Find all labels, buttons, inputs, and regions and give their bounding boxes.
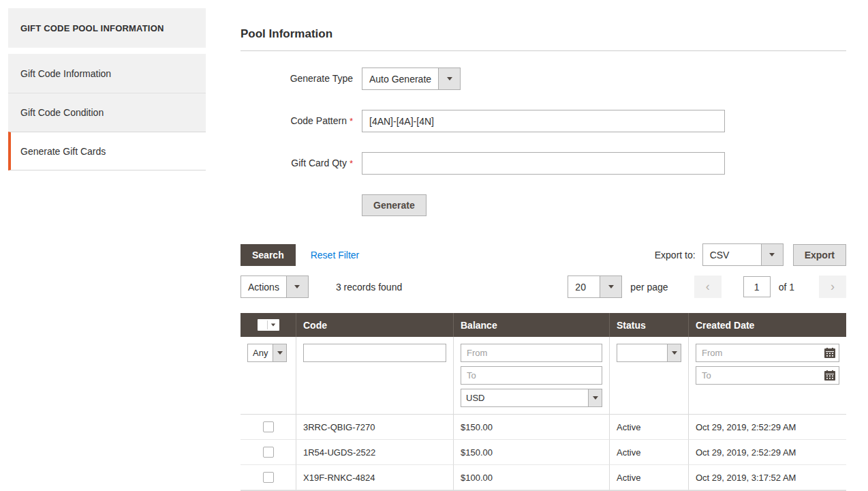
balance-to-input[interactable] bbox=[461, 366, 602, 385]
filter-cell-massaction: Any bbox=[241, 337, 296, 415]
code-pattern-row: Code Pattern* bbox=[241, 110, 846, 132]
chevron-down-icon bbox=[270, 324, 275, 327]
code-filter-input[interactable] bbox=[303, 344, 446, 362]
chevron-down-icon bbox=[761, 244, 783, 265]
column-header-balance[interactable]: Balance bbox=[453, 313, 609, 337]
actions-select[interactable]: Actions bbox=[241, 276, 309, 298]
currency-select[interactable]: USD bbox=[461, 389, 602, 407]
generate-button-row: Generate bbox=[241, 194, 846, 216]
column-header-created-date[interactable]: Created Date bbox=[688, 313, 846, 337]
generate-type-label: Generate Type bbox=[241, 68, 353, 90]
next-page-button[interactable]: › bbox=[819, 276, 846, 298]
main-content: Pool Information Generate Type Auto Gene… bbox=[241, 27, 846, 491]
date-from-input[interactable] bbox=[696, 344, 839, 362]
cell-created-date: Oct 29, 2019, 3:17:52 AM bbox=[688, 465, 846, 490]
filter-cell-balance: USD bbox=[453, 337, 609, 415]
sidebar-item-label: Generate Gift Cards bbox=[20, 146, 106, 157]
code-pattern-label: Code Pattern* bbox=[241, 110, 353, 132]
cell-balance: $100.00 bbox=[453, 465, 609, 490]
gift-card-qty-input[interactable] bbox=[362, 152, 725, 175]
export-to-label: Export to: bbox=[655, 250, 696, 261]
cell-balance: $150.00 bbox=[453, 415, 609, 440]
date-to-input[interactable] bbox=[696, 366, 839, 385]
select-all-dropdown[interactable] bbox=[258, 319, 279, 331]
search-button[interactable]: Search bbox=[241, 244, 296, 266]
filter-cell-status bbox=[609, 337, 688, 415]
pool-information-form: Generate Type Auto Generate Code Pattern… bbox=[241, 68, 846, 216]
cell-status: Active bbox=[609, 440, 688, 465]
table-row[interactable]: X19F-RNKC-4824 $100.00 Active Oct 29, 20… bbox=[241, 465, 846, 490]
page-title: Pool Information bbox=[241, 27, 846, 41]
calendar-icon[interactable] bbox=[824, 370, 835, 383]
select-all-header-cell bbox=[241, 313, 296, 337]
cell-code: 1R54-UGDS-2522 bbox=[296, 440, 453, 465]
sidebar-title: GIFT CODE POOL INFORMATION bbox=[8, 8, 206, 48]
row-checkbox[interactable] bbox=[263, 421, 274, 432]
cell-created-date: Oct 29, 2019, 2:52:29 AM bbox=[688, 440, 846, 465]
balance-from-input[interactable] bbox=[461, 344, 602, 362]
per-page-select[interactable]: 20 bbox=[568, 276, 622, 298]
required-asterisk: * bbox=[350, 158, 353, 168]
filter-cell-code bbox=[296, 337, 453, 415]
chevron-down-icon bbox=[588, 389, 602, 406]
filter-cell-created-date bbox=[688, 337, 846, 415]
massaction-filter-select[interactable]: Any bbox=[247, 344, 287, 362]
records-found-text: 3 records found bbox=[336, 282, 402, 293]
reset-filter-link[interactable]: Reset Filter bbox=[311, 250, 360, 261]
chevron-down-icon bbox=[667, 344, 681, 361]
gift-card-qty-label: Gift Card Qty* bbox=[241, 152, 353, 175]
status-filter-select[interactable] bbox=[617, 344, 681, 362]
page-number-input[interactable] bbox=[743, 276, 771, 297]
column-header-status[interactable]: Status bbox=[609, 313, 688, 337]
chevron-down-icon bbox=[286, 276, 308, 297]
grid-header-row: Code Balance Status Created Date bbox=[241, 313, 846, 337]
export-format-select[interactable]: CSV bbox=[702, 243, 784, 266]
sidebar: GIFT CODE POOL INFORMATION Gift Code Inf… bbox=[8, 8, 206, 170]
sidebar-item-gift-code-information[interactable]: Gift Code Information bbox=[8, 54, 206, 93]
generate-type-row: Generate Type Auto Generate bbox=[241, 68, 846, 90]
of-pages-label: of 1 bbox=[779, 282, 794, 293]
cell-status: Active bbox=[609, 415, 688, 440]
table-row[interactable]: 3RRC-QBIG-7270 $150.00 Active Oct 29, 20… bbox=[241, 415, 846, 440]
table-row[interactable]: 1R54-UGDS-2522 $150.00 Active Oct 29, 20… bbox=[241, 440, 846, 465]
sidebar-items: Gift Code Information Gift Code Conditio… bbox=[8, 54, 206, 170]
cell-status: Active bbox=[609, 465, 688, 490]
previous-page-button[interactable]: ‹ bbox=[694, 276, 722, 298]
row-checkbox[interactable] bbox=[263, 472, 274, 483]
select-all-checkbox[interactable] bbox=[259, 321, 268, 329]
grid-toolbar-search: Search Reset Filter Export to: CSV Expor… bbox=[241, 243, 846, 266]
cell-created-date: Oct 29, 2019, 2:52:29 AM bbox=[688, 415, 846, 440]
grid-filter-row: Any USD bbox=[241, 337, 846, 415]
row-checkbox[interactable] bbox=[263, 447, 274, 458]
chevron-down-icon bbox=[600, 276, 621, 297]
per-page-label: per page bbox=[630, 282, 668, 293]
export-button[interactable]: Export bbox=[793, 244, 846, 266]
generate-button[interactable]: Generate bbox=[362, 194, 427, 216]
chevron-down-icon bbox=[273, 344, 286, 361]
gift-card-qty-row: Gift Card Qty* bbox=[241, 152, 846, 175]
sidebar-item-label: Gift Code Information bbox=[20, 68, 111, 79]
page: GIFT CODE POOL INFORMATION Gift Code Inf… bbox=[0, 0, 868, 491]
sidebar-item-generate-gift-cards[interactable]: Generate Gift Cards bbox=[8, 132, 206, 170]
grid-toolbar-pager: Actions 3 records found 20 per page ‹ of… bbox=[241, 276, 846, 298]
sidebar-item-gift-code-condition[interactable]: Gift Code Condition bbox=[8, 93, 206, 132]
cell-balance: $150.00 bbox=[453, 440, 609, 465]
chevron-down-icon bbox=[438, 68, 460, 89]
required-asterisk: * bbox=[350, 116, 353, 126]
gift-cards-grid: Code Balance Status Created Date Any bbox=[241, 313, 846, 491]
calendar-icon[interactable] bbox=[824, 348, 835, 361]
code-pattern-input[interactable] bbox=[362, 110, 725, 132]
title-divider bbox=[241, 50, 846, 51]
generate-type-select[interactable]: Auto Generate bbox=[362, 68, 461, 90]
sidebar-item-label: Gift Code Condition bbox=[20, 107, 104, 118]
column-header-code[interactable]: Code bbox=[296, 313, 453, 337]
cell-code: 3RRC-QBIG-7270 bbox=[296, 415, 453, 440]
cell-code: X19F-RNKC-4824 bbox=[296, 465, 453, 490]
